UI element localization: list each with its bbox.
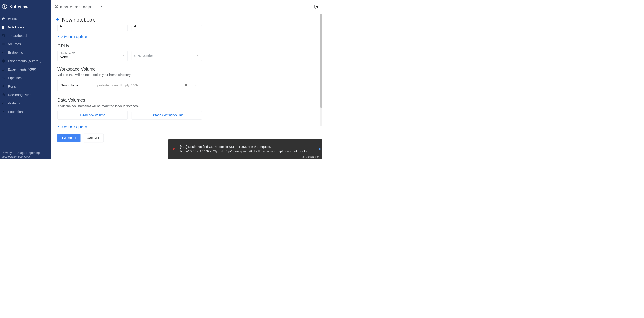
expand-volume-button[interactable] [192, 84, 199, 88]
sidebar-item-pipelines[interactable]: Pipelines [0, 74, 51, 82]
sidebar-item-label: Runs [8, 84, 49, 88]
svg-point-14 [4, 102, 4, 103]
page-title: New notebook [62, 17, 95, 23]
cancel-button[interactable]: CANCEL [83, 134, 104, 142]
logout-button[interactable] [314, 4, 319, 9]
delete-volume-button[interactable] [182, 83, 190, 88]
usage-link[interactable]: Usage Reporting [16, 151, 40, 155]
gpu-row: Number of GPUs None GPU Vendor [57, 51, 316, 61]
sidebar: Kubeflow Home Notebooks Tensorboards Vol… [0, 0, 51, 159]
scrollbar-thumb[interactable] [320, 14, 322, 108]
scatter-icon [1, 102, 6, 105]
main: kubeflow-user-example-c… New notebook 4 … [51, 0, 322, 159]
clock-icon [1, 93, 6, 97]
nav: Home Notebooks Tensorboards Volumes Endp… [0, 13, 51, 150]
sidebar-item-runs[interactable]: Runs [0, 82, 51, 91]
checklist-icon [1, 68, 6, 71]
sidebar-item-artifacts[interactable]: Artifacts [0, 99, 51, 108]
cpu-row: 4 4 [57, 25, 316, 31]
datavol-buttons: + Add new volume + Attach existing volum… [57, 111, 316, 120]
advanced-options-label: Advanced Options [61, 125, 87, 129]
svg-rect-1 [3, 26, 3, 28]
brand[interactable]: Kubeflow [0, 0, 51, 13]
scrollbar[interactable] [320, 14, 322, 126]
dismiss-button[interactable]: DISMISS [319, 147, 322, 151]
sidebar-item-home[interactable]: Home [0, 14, 51, 23]
svg-point-13 [2, 103, 3, 104]
sidebar-item-label: Home [8, 17, 49, 21]
svg-rect-3 [2, 36, 3, 36]
add-new-volume-button[interactable]: + Add new volume [57, 111, 128, 120]
sidebar-item-label: Experiments (KFP) [8, 67, 49, 71]
chart-icon [1, 34, 6, 37]
sidebar-item-notebooks[interactable]: Notebooks [0, 23, 51, 31]
back-button[interactable] [56, 17, 60, 22]
svg-rect-8 [2, 45, 5, 45]
svg-rect-6 [2, 43, 5, 44]
sidebar-item-volumes[interactable]: Volumes [0, 40, 51, 48]
volume-summary: py-test-volume, Empty, 10Gi [98, 84, 180, 87]
form: 4 4 Advanced Options GPUs Number of GPUs… [51, 25, 320, 147]
advanced-options-toggle-2[interactable]: Advanced Options [57, 125, 316, 129]
num-gpus-label: Number of GPUs [60, 52, 125, 55]
svg-rect-4 [3, 35, 4, 36]
chevron-down-icon [57, 125, 60, 129]
pipeline-icon [1, 76, 6, 80]
privacy-link[interactable]: Privacy [2, 151, 12, 155]
workspace-volume-row[interactable]: New volume py-test-volume, Empty, 10Gi [57, 80, 202, 91]
sidebar-item-executions[interactable]: Executions [0, 108, 51, 116]
chevron-down-icon [196, 54, 199, 57]
sidebar-item-tensorboards[interactable]: Tensorboards [0, 31, 51, 40]
svg-rect-0 [2, 26, 4, 28]
sidebar-item-experiments-kfp[interactable]: Experiments (KFP) [0, 65, 51, 74]
sidebar-item-label: Volumes [8, 42, 49, 46]
sidebar-item-label: Tensorboards [8, 34, 49, 38]
namespace-selector[interactable]: kubeflow-user-example-c… [55, 5, 102, 9]
cpu-limit-input[interactable]: 4 [132, 25, 202, 31]
gpu-vendor-select[interactable]: GPU Vendor [132, 51, 202, 61]
workspace-title: Workspace Volume [57, 67, 316, 72]
launch-button[interactable]: LAUNCH [57, 134, 81, 142]
svg-point-15 [4, 104, 4, 105]
page-header: New notebook [51, 14, 320, 25]
content: New notebook 4 4 Advanced Options GPUs N… [51, 14, 320, 159]
topbar: kubeflow-user-example-c… [51, 0, 322, 14]
volume-name-label: New volume [61, 84, 95, 87]
home-icon [1, 17, 6, 20]
datavol-title: Data Volumes [57, 98, 316, 103]
play-icon [1, 110, 6, 114]
svg-rect-7 [2, 44, 5, 44]
brand-name: Kubeflow [9, 4, 28, 9]
sidebar-item-experiments-automl[interactable]: Experiments (AutoML) [0, 57, 51, 65]
watermark: CSDN @寻花之梦~~ [301, 156, 322, 159]
kubeflow-logo-icon [2, 3, 8, 10]
sidebar-item-label: Artifacts [8, 101, 49, 105]
sidebar-item-label: Executions [8, 110, 49, 114]
chevron-down-icon [57, 35, 60, 38]
sidebar-item-label: Pipelines [8, 76, 49, 80]
sidebar-item-label: Notebooks [8, 25, 49, 29]
svg-rect-5 [4, 35, 4, 36]
snackbar-message: [403] Could not find CSRF cookie XSRF-TO… [180, 145, 314, 154]
gpus-title: GPUs [57, 43, 316, 48]
sidebar-item-recurring[interactable]: Recurring Runs [0, 91, 51, 99]
cpu-requested-input[interactable]: 4 [57, 25, 128, 31]
sidebar-item-label: Endpoints [8, 51, 49, 55]
num-gpus-select[interactable]: Number of GPUs None [57, 51, 128, 61]
sidebar-item-endpoints[interactable]: Endpoints [0, 48, 51, 57]
error-snackbar: ✕ [403] Could not find CSRF cookie XSRF-… [168, 139, 322, 159]
run-icon [1, 85, 6, 88]
svg-point-9 [2, 59, 5, 62]
attach-existing-volume-button[interactable]: + Attach existing volume [132, 111, 202, 120]
footer: Privacy • Usage Reporting build version … [0, 150, 51, 159]
advanced-options-label: Advanced Options [61, 35, 87, 38]
namespace-text: kubeflow-user-example-c… [60, 5, 98, 9]
close-icon[interactable]: ✕ [172, 146, 176, 152]
advanced-options-toggle[interactable]: Advanced Options [57, 35, 316, 38]
datavol-desc: Additional volumes that will be mounted … [57, 104, 316, 108]
storage-icon [1, 42, 6, 46]
sidebar-item-label: Recurring Runs [8, 93, 49, 97]
build-version: build version dev_local [2, 155, 50, 159]
workspace-desc: Volume that will be mounted in your home… [57, 73, 316, 77]
notebook-icon [1, 25, 6, 29]
